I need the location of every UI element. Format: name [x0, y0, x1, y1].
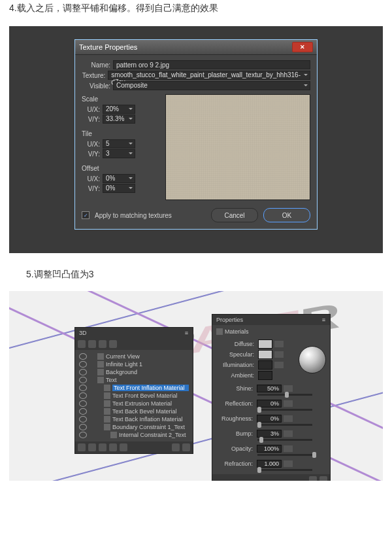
- opacity-slider[interactable]: [257, 454, 312, 456]
- panel-menu-icon[interactable]: ≡: [322, 317, 326, 323]
- diffuse-swatch[interactable]: [258, 339, 272, 349]
- folder-icon[interactable]: [284, 385, 293, 392]
- folder-icon[interactable]: [284, 460, 293, 467]
- step-4-text: 4.载入之后，调整平铺和偏移。得到自己满意的效果: [0, 0, 392, 21]
- folder-icon[interactable]: [284, 445, 293, 452]
- illumination-swatch[interactable]: [258, 360, 272, 370]
- list-item[interactable]: Text Back Bevel Material: [78, 407, 190, 415]
- folder-icon[interactable]: [274, 351, 284, 358]
- visibility-icon[interactable]: [79, 377, 87, 383]
- item-label: Text Front Bevel Material: [112, 392, 189, 399]
- ambient-swatch[interactable]: [258, 371, 272, 380]
- shine-slider[interactable]: [257, 394, 312, 396]
- visible-select[interactable]: Composite: [113, 81, 310, 90]
- list-item[interactable]: Text Front Inflation Material: [78, 384, 190, 392]
- name-input[interactable]: [113, 60, 310, 69]
- shine-row: Shine:50%: [215, 384, 327, 393]
- close-icon[interactable]: ✕: [292, 42, 313, 52]
- lightbulb-icon[interactable]: [99, 443, 106, 451]
- visibility-icon[interactable]: [79, 432, 87, 438]
- list-item[interactable]: Text: [78, 376, 190, 384]
- visibility-icon[interactable]: [79, 392, 87, 399]
- properties-title: Properties: [216, 317, 243, 323]
- texture-select[interactable]: smooth_stucco_flat_white_paint_plaster_w…: [108, 71, 310, 80]
- list-item[interactable]: Infinite Light 1: [78, 360, 190, 368]
- reflection-row: Reflection:0%: [215, 399, 327, 408]
- visibility-icon[interactable]: [79, 424, 87, 430]
- tile-header: Tile: [82, 129, 160, 139]
- visibility-icon[interactable]: [79, 400, 87, 407]
- bump-row: Bump:3%: [215, 429, 327, 438]
- panel-menu-icon[interactable]: ≡: [185, 330, 189, 336]
- list-item[interactable]: Background: [78, 368, 190, 376]
- filter-icon[interactable]: [99, 340, 106, 348]
- dialog-titlebar: Texture Properties ✕: [75, 40, 317, 55]
- texture-properties-dialog: Texture Properties ✕ Name: Texture: smoo…: [74, 39, 318, 230]
- list-item[interactable]: Text Front Bevel Material: [78, 392, 190, 400]
- 3d-bottom-toolbar: [75, 441, 193, 453]
- dialog-title: Texture Properties: [79, 43, 137, 51]
- render-icon[interactable]: [172, 443, 180, 451]
- tile-vy-select[interactable]: 3: [103, 149, 135, 158]
- item-icon: [97, 369, 104, 375]
- roughness-label: Roughness:: [216, 415, 253, 422]
- roughness-slider[interactable]: [257, 424, 312, 426]
- visibility-icon[interactable]: [79, 385, 87, 391]
- tool-icon[interactable]: [109, 443, 117, 451]
- step-5-text: 5.调整凹凸值为3: [0, 266, 392, 287]
- folder-icon[interactable]: [284, 415, 293, 422]
- cancel-button[interactable]: Cancel: [211, 208, 258, 222]
- visible-label: Visible:: [82, 82, 110, 90]
- apply-matching-checkbox[interactable]: ✓: [82, 211, 90, 219]
- tool-icon[interactable]: [78, 443, 86, 451]
- tool-icon[interactable]: [120, 443, 127, 451]
- list-item[interactable]: Text Extrusion Material: [78, 400, 190, 407]
- list-item[interactable]: Current View: [78, 353, 190, 360]
- specular-swatch[interactable]: [258, 350, 272, 359]
- tile-ux-select[interactable]: 5: [103, 139, 135, 148]
- illumination-label: Illumination:: [218, 362, 254, 368]
- folder-icon[interactable]: [284, 430, 293, 437]
- reflection-slider[interactable]: [257, 409, 312, 411]
- opacity-value[interactable]: 100%: [257, 445, 282, 453]
- bump-slider-row: [215, 438, 327, 441]
- visibility-icon[interactable]: [79, 353, 87, 360]
- shine-value[interactable]: 50%: [257, 385, 282, 392]
- reflection-label: Reflection:: [216, 400, 253, 407]
- ok-button[interactable]: OK: [263, 208, 310, 222]
- folder-icon[interactable]: [284, 400, 293, 407]
- folder-icon[interactable]: [274, 362, 284, 368]
- filter-icon[interactable]: [88, 340, 96, 348]
- filter-icon[interactable]: [109, 340, 117, 348]
- offset-ux-select[interactable]: 0%: [103, 174, 135, 183]
- material-preview-sphere[interactable]: [299, 346, 326, 373]
- specular-label: Specular:: [218, 351, 254, 358]
- item-label: Text Back Bevel Material: [112, 408, 189, 415]
- folder-icon[interactable]: [274, 341, 284, 347]
- list-item[interactable]: Boundary Constraint 1_Text: [78, 423, 190, 431]
- item-label: Text: [106, 377, 189, 383]
- list-item[interactable]: Text Back Inflation Material: [78, 415, 190, 423]
- list-item[interactable]: Internal Constraint 2_Text: [78, 431, 190, 439]
- bump-slider[interactable]: [257, 439, 312, 441]
- item-label: Internal Constraint 2_Text: [119, 432, 189, 438]
- filter-icon[interactable]: [78, 340, 86, 348]
- visibility-icon[interactable]: [79, 408, 87, 415]
- scale-vy-select[interactable]: 33.3%: [103, 114, 135, 124]
- visibility-icon[interactable]: [79, 416, 87, 423]
- visibility-icon[interactable]: [79, 369, 87, 375]
- refraction-label: Refraction:: [216, 460, 253, 467]
- 3d-filter-toolbar: [75, 338, 193, 350]
- item-label: Text Extrusion Material: [112, 400, 189, 407]
- item-label: Text Back Inflation Material: [112, 416, 189, 423]
- offset-vy-select[interactable]: 0%: [103, 184, 135, 193]
- visibility-icon[interactable]: [79, 361, 87, 368]
- scale-ux-select[interactable]: 20%: [103, 105, 135, 114]
- shine-label: Shine:: [216, 385, 253, 392]
- tool-icon[interactable]: [88, 443, 96, 451]
- texture-label: Texture:: [82, 72, 105, 79]
- trash-icon[interactable]: [319, 476, 327, 481]
- refraction-slider[interactable]: [257, 469, 312, 471]
- tool-icon[interactable]: [309, 476, 317, 481]
- trash-icon[interactable]: [182, 443, 190, 451]
